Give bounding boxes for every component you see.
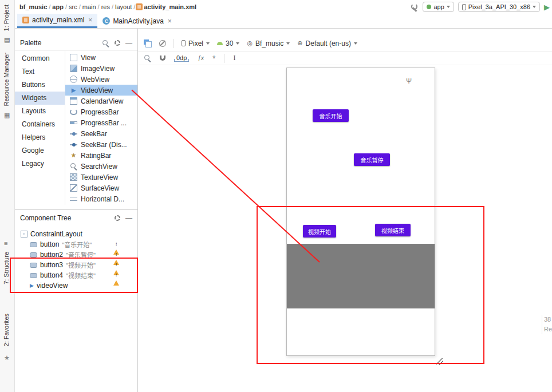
theme-select[interactable]: ◎ Bf_music <box>247 39 290 47</box>
tree-row-constraintlayout[interactable]: ConstraintLayout <box>15 229 137 239</box>
preview-button-video-start[interactable]: 视频开始 <box>303 225 336 237</box>
device-label: Pixel_3a_API_30_x86 <box>468 3 530 10</box>
infer-constraints-wand-icon[interactable]: * <box>212 54 215 62</box>
editor-tabs: activity_main.xml × C MainActivity.java … <box>15 14 552 29</box>
tool-window-favorites[interactable]: 2: Favorites <box>3 314 10 346</box>
ui-mode-icon[interactable] <box>159 40 166 47</box>
close-icon[interactable]: × <box>88 17 92 23</box>
breadcrumb-separator: / <box>112 3 113 10</box>
searchview-icon <box>70 163 77 170</box>
palette-item-imageview[interactable]: ImageView <box>65 63 137 74</box>
tree-row-button3[interactable]: button3 "视频开始" <box>15 260 137 270</box>
gear-icon[interactable] <box>115 40 120 46</box>
globe-icon: ⊕ <box>297 40 302 46</box>
tab-mainactivity-java[interactable]: C MainActivity.java × <box>97 14 177 28</box>
tab-activity-main-xml[interactable]: activity_main.xml × <box>17 14 97 28</box>
tool-window-project[interactable]: 1: Project <box>3 5 10 31</box>
preview-button-video-end[interactable]: 视频结束 <box>375 224 411 236</box>
palette-item-seekbar-discrete[interactable]: SeekBar (Dis... <box>65 139 137 150</box>
seekbar-icon <box>70 132 77 136</box>
palette-category-text[interactable]: Text <box>15 65 65 78</box>
tab-label: activity_main.xml <box>32 16 84 24</box>
gear-icon[interactable] <box>115 215 120 221</box>
layout-file-icon <box>22 17 29 23</box>
palette-item-ratingbar[interactable]: ★RatingBar <box>65 150 137 161</box>
warning-icon[interactable] <box>113 272 119 280</box>
phone-icon <box>182 40 186 46</box>
minimize-icon[interactable]: — <box>125 215 132 221</box>
device-select[interactable]: Pixel_3a_API_30_x86 <box>458 2 540 12</box>
device-in-editor-select[interactable]: Pixel <box>182 39 210 47</box>
breadcrumb-separator: / <box>133 3 135 10</box>
tree-row-button2[interactable]: button2 "音乐暂停" <box>15 250 137 260</box>
resource-manager-icon[interactable]: ▦ <box>4 112 10 118</box>
warning-icon[interactable] <box>113 252 119 260</box>
run-configuration-select[interactable]: app <box>423 2 454 12</box>
component-tree: ConstraintLayout button "音乐开始" button2 "… <box>15 225 137 291</box>
zoom-icon[interactable] <box>144 54 151 62</box>
palette-categories: Common Text Buttons Widgets Layouts Cont… <box>15 51 65 205</box>
palette-item-horizontal-divider[interactable]: Horizontal D... <box>65 193 137 204</box>
palette-item-searchview[interactable]: SearchView <box>65 161 137 172</box>
breadcrumb-item[interactable]: bf_music <box>19 3 47 10</box>
tree-row-videoview[interactable]: ▶ videoView <box>15 280 137 291</box>
palette-category-layouts[interactable]: Layouts <box>15 105 65 118</box>
palette-item-progressbar[interactable]: ProgressBar <box>65 106 137 117</box>
preview-button-music-start[interactable]: 音乐开始 <box>313 109 349 122</box>
breadcrumb-item-current-file[interactable]: activity_main.xml <box>144 3 196 10</box>
breadcrumb-item[interactable]: src <box>69 3 77 10</box>
tree-row-button4[interactable]: button4 "视频结束" <box>15 270 137 280</box>
palette-category-widgets[interactable]: Widgets <box>15 92 65 105</box>
autoconnect-magnet-icon[interactable] <box>160 56 165 61</box>
palette-category-common[interactable]: Common <box>15 52 65 65</box>
constraintlayout-icon <box>21 231 27 237</box>
horizontal-divider-icon <box>70 197 77 201</box>
structure-icon[interactable]: ≡ <box>4 240 7 247</box>
palette-item-webview[interactable]: WebView <box>65 74 137 85</box>
breadcrumb-item[interactable]: layout <box>115 3 132 10</box>
tool-window-resource-manager[interactable]: Resource Manager <box>3 53 10 106</box>
preview-videoview[interactable] <box>287 244 435 308</box>
palette-category-containers[interactable]: Containers <box>15 118 65 131</box>
palette-item-view[interactable]: View <box>65 52 137 63</box>
search-icon[interactable] <box>102 39 109 47</box>
palette-category-buttons[interactable]: Buttons <box>15 78 65 92</box>
tab-label: MainActivity.java <box>113 17 163 25</box>
warning-icon[interactable] <box>113 262 119 270</box>
device-preview[interactable]: Ψ 音乐开始 音乐暂停 视频开始 视频结束 <box>286 68 435 356</box>
palette-item-textureview[interactable]: TextureView <box>65 172 137 183</box>
tool-window-structure[interactable]: 7: Structure <box>3 252 10 284</box>
design-canvas[interactable]: Ψ 音乐开始 音乐暂停 视频开始 视频结束 <box>138 65 552 369</box>
design-toolbar: Pixel 30 ◎ Bf_music ⊕ Default (en-us) <box>138 35 552 52</box>
palette-category-legacy[interactable]: Legacy <box>15 157 65 171</box>
default-margin-control[interactable]: 0dp <box>174 54 189 62</box>
warning-icon[interactable] <box>113 241 119 250</box>
api-version-select[interactable]: 30 <box>217 39 239 47</box>
favorites-star-icon[interactable]: ★ <box>4 355 10 361</box>
clear-constraints-icon[interactable]: ƒx <box>198 55 204 61</box>
close-icon[interactable]: × <box>168 18 172 25</box>
palette-item-calendarview[interactable]: CalendarView <box>65 96 137 106</box>
palette-item-progressbar-horizontal[interactable]: ProgressBar ... <box>65 117 137 128</box>
breadcrumb-item[interactable]: app <box>52 3 64 10</box>
palette-item-seekbar[interactable]: SeekBar <box>65 128 137 139</box>
preview-resize-handle[interactable] <box>436 358 443 365</box>
run-button[interactable]: ▶ <box>544 3 550 11</box>
palette-item-surfaceview[interactable]: SurfaceView <box>65 183 137 193</box>
text-cursor-icon[interactable]: I <box>233 54 235 62</box>
locale-select[interactable]: ⊕ Default (en-us) <box>297 39 357 47</box>
palette-category-google[interactable]: Google <box>15 144 65 157</box>
breadcrumb-separator: / <box>98 3 100 10</box>
preview-button-music-pause[interactable]: 音乐暂停 <box>354 153 390 166</box>
project-icon[interactable]: ▤ <box>4 37 10 43</box>
left-tool-window-bar: 1: Project ▤ Resource Manager ▦ ≡ 7: Str… <box>0 0 15 392</box>
palette-category-helpers[interactable]: Helpers <box>15 131 65 144</box>
breadcrumb-item[interactable]: main <box>82 3 96 10</box>
palette-item-videoview[interactable]: ▶VideoView <box>65 85 137 96</box>
tree-row-button[interactable]: button "音乐开始" <box>15 239 137 250</box>
minimize-icon[interactable]: — <box>125 39 132 46</box>
breadcrumb-item[interactable]: res <box>101 3 110 10</box>
calendarview-icon <box>70 97 77 105</box>
build-wrench-icon[interactable] <box>411 3 419 11</box>
design-surface-icon[interactable] <box>144 39 152 47</box>
